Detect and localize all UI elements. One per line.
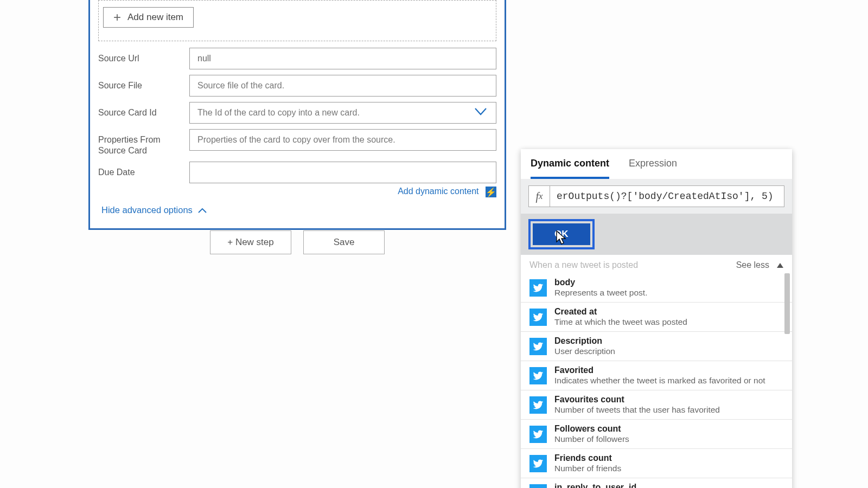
ok-button[interactable]: OK: [533, 223, 590, 245]
dynamic-content-item[interactable]: Friends countNumber of friends: [521, 449, 792, 478]
dc-item-title: in_reply_to_user_id: [554, 483, 636, 488]
dynamic-content-item[interactable]: bodyRepresents a tweet post.: [521, 273, 792, 303]
field-row-due-date: Due Date: [98, 162, 496, 183]
add-item-area: + Add new item: [98, 0, 496, 41]
twitter-icon: [529, 455, 547, 472]
save-button[interactable]: Save: [303, 230, 385, 254]
label-source-file: Source File: [98, 75, 189, 91]
add-dynamic-content-row: Add dynamic content ⚡: [98, 187, 496, 197]
expression-input[interactable]: [550, 185, 784, 207]
dc-item-title: Friends count: [554, 453, 621, 463]
input-source-file[interactable]: [189, 75, 496, 97]
dc-item-title: Followers count: [554, 424, 629, 434]
add-new-item-label: Add new item: [127, 12, 183, 23]
fx-icon: fx: [528, 185, 550, 207]
dc-item-desc: Number of followers: [554, 434, 629, 444]
dynamic-content-item[interactable]: Favourites countNumber of tweets that th…: [521, 390, 792, 420]
dc-item-desc: User description: [554, 346, 615, 356]
dynamic-content-item[interactable]: in_reply_to_user_id: [521, 478, 792, 488]
ok-button-highlight: OK: [528, 219, 595, 249]
dc-item-title: body: [554, 278, 647, 287]
dynamic-content-item[interactable]: Followers countNumber of followers: [521, 420, 792, 449]
dynamic-content-badge-icon[interactable]: ⚡: [486, 187, 496, 197]
twitter-icon: [529, 279, 547, 297]
label-source-url: Source Url: [98, 48, 189, 64]
dc-item-title: Description: [554, 336, 615, 346]
dc-item-desc: Number of tweets that the user has favor…: [554, 405, 720, 415]
dynamic-section-header: When a new tweet is posted See less: [521, 255, 792, 273]
input-source-url[interactable]: [189, 48, 496, 69]
dynamic-content-item[interactable]: Created atTime at which the tweet was po…: [521, 303, 792, 332]
scrollbar-thumb[interactable]: [784, 273, 790, 334]
ok-button-row: OK: [521, 214, 792, 255]
label-due-date: Due Date: [98, 162, 189, 178]
twitter-icon: [529, 309, 547, 326]
add-dynamic-content-label: Add dynamic content: [398, 187, 478, 196]
chevron-up-icon: [198, 208, 207, 213]
collapse-triangle-icon[interactable]: [777, 263, 783, 268]
field-row-source-url: Source Url: [98, 48, 496, 69]
flow-step-card: + Add new item Source Url Source File So…: [88, 0, 506, 230]
dc-item-desc: Number of friends: [554, 464, 621, 473]
twitter-icon: [529, 426, 547, 443]
expression-input-row: fx: [521, 179, 792, 214]
input-due-date[interactable]: [189, 162, 496, 183]
dynamic-content-item[interactable]: DescriptionUser description: [521, 332, 792, 361]
add-dynamic-content-link[interactable]: Add dynamic content: [398, 187, 481, 196]
new-step-button[interactable]: + New step: [210, 230, 291, 254]
dc-item-title: Created at: [554, 307, 687, 317]
hide-advanced-options-toggle[interactable]: Hide advanced options: [98, 197, 496, 219]
twitter-icon: [529, 396, 547, 414]
hide-advanced-label: Hide advanced options: [101, 205, 193, 215]
tab-dynamic-content[interactable]: Dynamic content: [531, 158, 609, 179]
footer-buttons: + New step Save: [88, 230, 506, 254]
twitter-icon: [529, 338, 547, 355]
see-less-link[interactable]: See less: [736, 260, 769, 270]
label-source-card-id: Source Card Id: [98, 102, 189, 118]
twitter-icon: [529, 367, 547, 384]
dc-item-title: Favorited: [554, 365, 765, 375]
input-properties-from-source[interactable]: [189, 129, 496, 151]
plus-icon: +: [113, 11, 121, 24]
twitter-icon: [529, 484, 547, 488]
dc-item-desc: Indicates whether the tweet is marked as…: [554, 376, 765, 386]
field-row-source-card-id: Source Card Id: [98, 102, 496, 124]
dynamic-content-item[interactable]: FavoritedIndicates whether the tweet is …: [521, 361, 792, 390]
label-properties-from-source: Properties From Source Card: [98, 129, 189, 156]
dynamic-content-list: bodyRepresents a tweet post.Created atTi…: [521, 273, 792, 488]
section-title: When a new tweet is posted: [529, 260, 638, 270]
dc-item-desc: Represents a tweet post.: [554, 288, 647, 298]
field-row-source-file: Source File: [98, 75, 496, 97]
dc-item-desc: Time at which the tweet was posted: [554, 317, 687, 327]
tab-expression[interactable]: Expression: [629, 158, 677, 179]
select-source-card-id[interactable]: [189, 102, 496, 124]
dc-item-title: Favourites count: [554, 395, 720, 404]
dynamic-content-tabs: Dynamic content Expression: [521, 149, 792, 179]
field-row-properties-from-source: Properties From Source Card: [98, 129, 496, 156]
dynamic-content-panel: Dynamic content Expression fx OK When a …: [521, 149, 792, 488]
add-new-item-button[interactable]: + Add new item: [103, 7, 194, 28]
